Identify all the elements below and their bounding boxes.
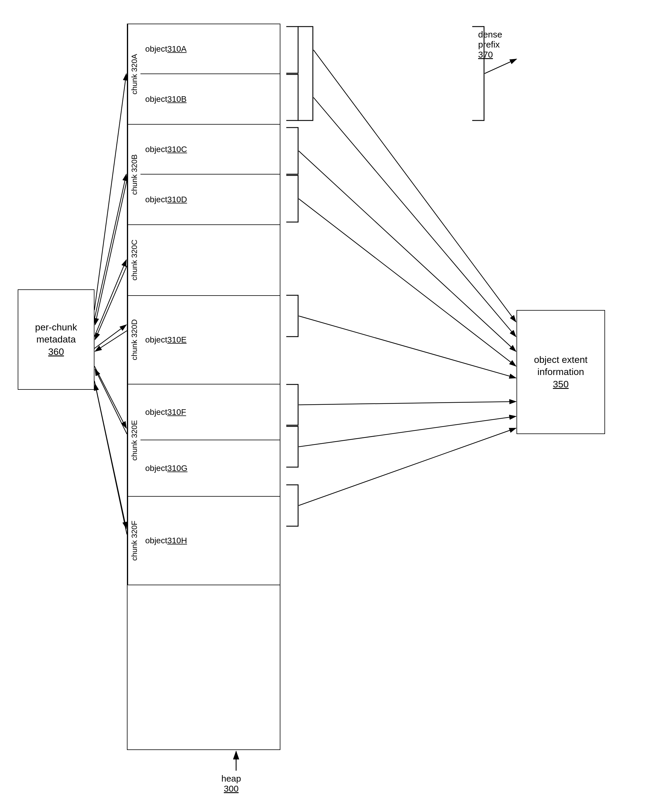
svg-line-11: [485, 59, 516, 74]
object-310h: object 310H: [140, 497, 280, 585]
svg-line-4: [313, 97, 516, 337]
heap-container: chunk 320A object 310A object 310B chunk…: [127, 24, 280, 750]
chunk-320c-label: chunk 320C: [127, 225, 140, 295]
object-310d: object 310D: [140, 175, 280, 224]
svg-line-15: [95, 325, 126, 349]
chunk-320b-label: chunk 320B: [127, 125, 140, 224]
extent-label: object extentinformation350: [534, 354, 587, 391]
object-310b: object 310B: [140, 74, 280, 124]
svg-line-16: [95, 366, 126, 428]
chunk-320a-objects: object 310A object 310B: [140, 24, 280, 124]
dense-prefix-label: denseprefix370: [478, 29, 502, 59]
chunk-320e-objects: object 310F object 310G: [140, 384, 280, 496]
svg-line-8: [299, 402, 516, 405]
metadata-box: per-chunkmetadata360: [18, 289, 95, 390]
svg-line-20: [95, 331, 127, 351]
svg-line-19: [95, 266, 127, 339]
svg-line-12: [95, 74, 126, 310]
chunk-320d-row: chunk 320D object 310E: [127, 296, 280, 384]
object-310f: object 310F: [140, 384, 280, 440]
chunk-320c-objects: [140, 225, 280, 295]
chunk-320b-objects: object 310C object 310D: [140, 125, 280, 224]
chunk-320d-objects: object 310E: [140, 296, 280, 384]
svg-line-21: [95, 369, 127, 434]
heap-label: heap300: [221, 773, 241, 794]
svg-line-5: [299, 151, 516, 351]
svg-line-13: [95, 174, 126, 319]
object-310c: object 310C: [140, 125, 280, 175]
chunk-320f-objects: object 310H: [140, 497, 280, 585]
extent-box: object extentinformation350: [516, 310, 605, 434]
heap-ref: 300: [224, 784, 238, 793]
metadata-label: per-chunkmetadata360: [35, 321, 77, 358]
chunk-320d-label: chunk 320D: [127, 296, 140, 384]
svg-line-22: [95, 384, 127, 534]
object-310a: object 310A: [140, 24, 280, 74]
chunk-320a-label: chunk 320A: [127, 24, 140, 124]
chunk-last-row: chunk: [127, 585, 280, 750]
chunk-320b-row: chunk 320B object 310C object 310D: [127, 125, 280, 225]
extent-ref: 350: [553, 379, 569, 389]
chunk-320a-row: chunk 320A object 310A object 310B: [127, 24, 280, 125]
svg-line-6: [299, 199, 516, 366]
svg-line-10: [299, 428, 516, 505]
chunk-320c-row: chunk 320C: [127, 225, 280, 296]
svg-line-18: [95, 180, 127, 325]
svg-line-14: [95, 260, 126, 337]
chunk-last-objects: [140, 585, 280, 750]
metadata-ref: 360: [48, 346, 64, 357]
svg-line-3: [313, 50, 516, 322]
chunk-320e-row: chunk 320E object 310F object 310G: [127, 384, 280, 497]
object-310g: object 310G: [140, 440, 280, 496]
object-310e: object 310E: [140, 296, 280, 384]
chunk-320e-label: chunk 320E: [127, 384, 140, 496]
svg-line-17: [95, 381, 126, 529]
svg-line-7: [299, 316, 516, 378]
diagram: per-chunkmetadata360 object extentinform…: [0, 0, 662, 812]
dense-prefix-ref: 370: [478, 50, 493, 59]
svg-line-9: [299, 416, 516, 447]
chunk-320f-row: chunk 320F object 310H: [127, 497, 280, 585]
chunk-320f-label: chunk 320F: [127, 497, 140, 585]
